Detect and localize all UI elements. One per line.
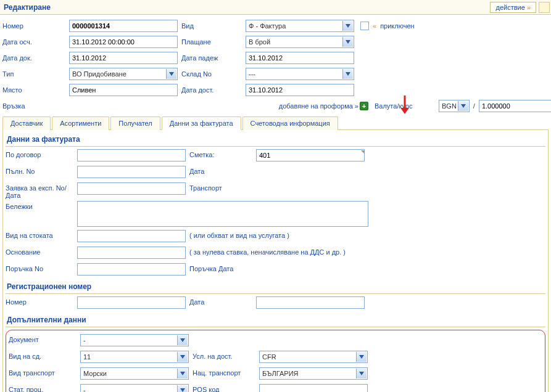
rate-input[interactable] [479,100,551,112]
chevron-down-icon [356,352,367,362]
rate-separator: / [473,102,475,110]
transport-type-select-value: Морски [83,370,107,377]
chevron-down-icon [166,69,176,79]
label-reg-date: Дата [187,296,256,306]
action-button-label: действие [495,4,524,11]
tab-accounting-info[interactable]: Счетоводна информация [242,116,338,130]
delivery-terms-select[interactable]: CFR [259,351,368,363]
label-order-no: Поръчка No [6,263,77,272]
warehouse-select-value: --- [249,70,255,78]
order-no-input[interactable] [77,263,186,276]
tab-supplier[interactable]: Доставчик [2,116,51,130]
tab-content: Данни за фактурата По договор Сметка: Пъ… [2,130,549,392]
svg-marker-8 [180,355,185,359]
currency-select-value: BGN [442,102,457,110]
red-arrow-icon [399,96,410,114]
contract-input[interactable] [77,149,186,161]
goods-type-input[interactable] [77,230,186,242]
full-no-input[interactable] [77,166,186,178]
document-select[interactable]: - [80,334,189,346]
export-req-input[interactable] [77,182,186,195]
document-select-value: - [83,337,86,344]
basis-input[interactable] [77,247,186,259]
delivery-date-input[interactable] [246,84,354,96]
currency-select[interactable]: BGN [439,100,470,112]
label-due-date: Дата падеж [179,54,246,62]
national-transport-select[interactable]: БЪЛГАРИЯ [259,367,368,380]
page-title: Редактиране [1,3,51,12]
svg-marker-10 [180,372,185,375]
label-delivery-terms: Усл. на дост. [190,351,259,360]
svg-marker-2 [169,72,174,76]
tabs: Доставчик Асортименти Получател Данни за… [2,116,549,130]
label-transport: Транспорт [187,182,256,192]
attached-checkbox[interactable] [360,22,369,30]
label-order-date: Поръчка Дата [187,263,256,272]
hint-basis: ( за нулева ставка, неначисляване на ДДС… [187,247,346,256]
label-delivery-date: Дата дост. [179,86,246,94]
additional-highlight: Документ - Вид на сд. 11 Усл. на дост. [6,330,545,392]
reg-date-input[interactable] [256,296,365,309]
toolbar-icon[interactable] [539,2,550,13]
place-input[interactable] [69,84,178,96]
label-kind: Вид [179,22,246,30]
action-button[interactable]: действие » [490,2,536,13]
label-stat-proc: Стат. проц. [9,384,80,392]
svg-marker-7 [180,338,185,342]
type-select-value: ВО Придобиване [72,70,126,78]
national-transport-select-value: БЪЛГАРИЯ [262,370,299,377]
hint-goods: ( или обхват и вид на услугата ) [187,230,289,239]
plus-icon[interactable]: + [360,102,368,110]
label-warehouse: Склад No [179,70,246,78]
label-national-transport: Нац. транспорт [190,367,259,377]
label-place: Място [2,86,69,94]
due-date-input[interactable] [246,52,354,64]
label-payment: Плащане [179,38,246,46]
chevron-down-icon [177,369,188,378]
tab-recipient[interactable]: Получател [110,116,160,130]
reg-number-input[interactable] [77,296,186,309]
svg-marker-5 [400,108,409,114]
type-select[interactable]: ВО Придобиване [69,68,178,80]
label-date-doc: Дата док. [2,54,69,62]
svg-marker-11 [359,372,364,375]
label-basis: Основание [6,247,77,256]
label-notes: Бележки [6,201,77,210]
pos-code-input[interactable] [259,384,368,392]
notes-textarea[interactable] [77,201,368,227]
svg-marker-1 [346,40,350,44]
deal-type-select[interactable]: 11 [80,351,189,363]
tab-invoice-data[interactable]: Данни за фактурата [162,116,241,130]
label-full-no: Пълн. No [6,166,77,175]
label-type: Тип [2,70,69,78]
attached-marker: « [373,22,376,30]
chevron-right-icon: » [527,4,531,11]
kind-select-value: Ф - Фактура [249,22,286,30]
transport-type-select[interactable]: Морски [80,367,189,380]
section-invoice-data: Данни за фактурата [6,133,545,147]
chevron-down-icon [342,21,353,31]
stat-proc-select[interactable]: - [80,384,189,392]
attached-label: приключен [380,22,415,30]
chevron-down-icon [177,352,188,362]
label-pos-code: POS код [190,384,259,392]
label-document: Документ [9,334,80,343]
label-export-req: Заявка за експ. No/Дата [6,182,77,199]
warehouse-select[interactable]: --- [246,68,354,80]
date-posting-input[interactable] [69,36,178,48]
label-date-posting: Дата осч. [2,38,69,46]
section-additional: Допълнителни данни [6,313,545,327]
payment-select[interactable]: В брой [246,36,354,48]
account-input[interactable] [256,149,365,161]
chevron-down-icon [342,69,353,79]
tab-assortments[interactable]: Асортименти [52,116,109,130]
number-input[interactable] [69,20,178,32]
label-transport-type: Вид транспорт [9,367,80,377]
chevron-down-icon [177,335,188,345]
chevron-down-icon [356,369,367,378]
add-proforma-link[interactable]: добавяне на проформа » [279,102,358,110]
date-doc-input[interactable] [69,52,178,64]
svg-marker-6 [461,104,466,108]
stat-proc-select-value: - [83,386,86,392]
kind-select[interactable]: Ф - Фактура [246,20,354,32]
